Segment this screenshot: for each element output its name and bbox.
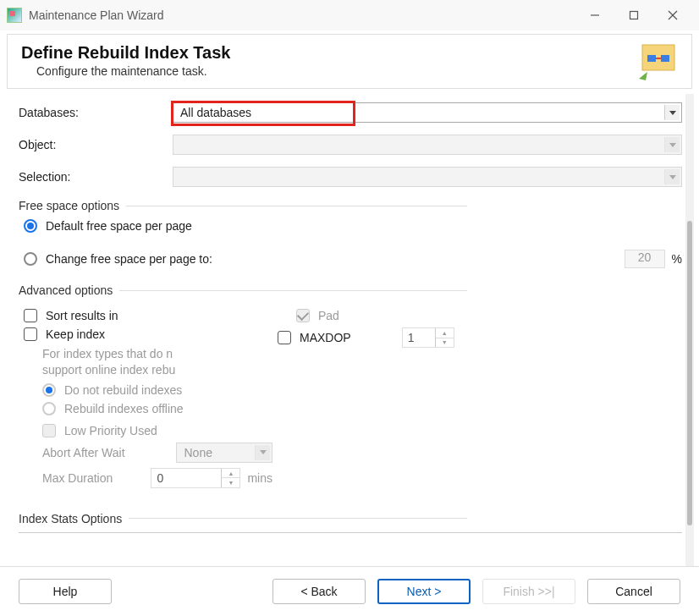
help-button[interactable]: Help [19, 579, 112, 604]
spinner-up-icon: ▲ [222, 469, 239, 479]
pad-label: Pad [318, 309, 339, 322]
object-dropdown [173, 135, 682, 155]
change-free-space-unit: % [672, 252, 682, 266]
selection-label: Selection: [19, 170, 173, 184]
finish-button: Finish >>| [482, 579, 575, 604]
databases-label: Databases: [19, 106, 173, 119]
wizard-footer: Help < Back Next > Finish >>| Cancel [0, 566, 699, 616]
default-free-space-label: Default free space per page [46, 219, 192, 233]
cancel-button[interactable]: Cancel [587, 579, 680, 604]
advanced-group-label: Advanced options [19, 283, 119, 297]
object-label: Object: [19, 138, 173, 151]
abort-after-wait-value: None [184, 446, 212, 459]
page-subtitle: Configure the maintenance task. [36, 64, 678, 78]
free-space-group-label: Free space options [19, 199, 126, 212]
online-index-note: For index types that do n support online… [42, 346, 272, 378]
max-duration-label: Max Duration [42, 471, 151, 485]
close-button[interactable] [653, 0, 692, 30]
selection-dropdown [173, 167, 682, 187]
sort-results-label: Sort results in [46, 309, 118, 322]
abort-after-wait-label: Abort After Wait [42, 446, 176, 459]
scrollbar-thumb[interactable] [687, 221, 692, 525]
max-duration-unit: mins [247, 471, 272, 485]
low-priority-label: Low Priority Used [64, 424, 157, 437]
low-priority-checkbox [42, 424, 56, 437]
window-title: Maintenance Plan Wizard [29, 8, 164, 22]
spinner-down-icon: ▼ [436, 338, 454, 348]
pad-checkbox [296, 309, 310, 322]
spinner-up-icon: ▲ [436, 328, 454, 338]
back-button[interactable]: < Back [272, 579, 366, 604]
do-not-rebuild-radio [42, 383, 56, 397]
change-free-space-label: Change free space per page to: [46, 252, 212, 266]
maxdop-value [403, 328, 435, 347]
next-button[interactable]: Next > [377, 579, 471, 604]
wizard-body: Databases: All databases Object: [7, 94, 694, 566]
chevron-down-icon [664, 169, 680, 184]
default-free-space-radio[interactable] [24, 219, 37, 233]
svg-rect-6 [661, 55, 669, 62]
wizard-window: Maintenance Plan Wizard Define Rebuild I… [0, 0, 699, 616]
chevron-down-icon [255, 445, 270, 460]
wizard-header: Define Rebuild Index Task Configure the … [7, 34, 692, 89]
svg-rect-1 [630, 12, 638, 19]
keep-index-checkbox[interactable] [24, 327, 37, 341]
maxdop-label: MAXDOP [300, 331, 351, 344]
minimize-button[interactable] [575, 0, 614, 30]
databases-dropdown[interactable]: All databases [173, 102, 682, 123]
rebuild-offline-radio [42, 402, 56, 415]
databases-dropdown-value: All databases [180, 106, 251, 119]
vertical-scrollbar[interactable] [685, 94, 694, 566]
index-stats-group-label: Index Stats Options [19, 512, 129, 525]
chevron-down-icon [664, 105, 680, 120]
page-title: Define Rebuild Index Task [21, 43, 678, 63]
change-free-space-radio[interactable] [24, 252, 37, 266]
maximize-button[interactable] [614, 0, 653, 30]
max-duration-value [151, 469, 221, 487]
spinner-down-icon: ▼ [222, 478, 239, 487]
change-free-space-value: 20 [625, 250, 665, 268]
rebuild-offline-label: Rebuild indexes offline [64, 402, 184, 415]
keep-index-label: Keep index [46, 327, 105, 341]
app-icon [7, 8, 22, 23]
do-not-rebuild-label: Do not rebuild indexes [64, 383, 182, 397]
maxdop-spinner: ▲▼ [402, 327, 454, 348]
sort-results-checkbox[interactable] [24, 309, 37, 322]
svg-rect-5 [647, 55, 656, 62]
chevron-down-icon [664, 137, 680, 152]
banner-art-icon [637, 41, 685, 82]
abort-after-wait-dropdown: None [176, 443, 272, 463]
max-duration-spinner: ▲▼ [151, 468, 240, 488]
maxdop-checkbox[interactable] [278, 331, 291, 344]
titlebar: Maintenance Plan Wizard [0, 0, 699, 30]
